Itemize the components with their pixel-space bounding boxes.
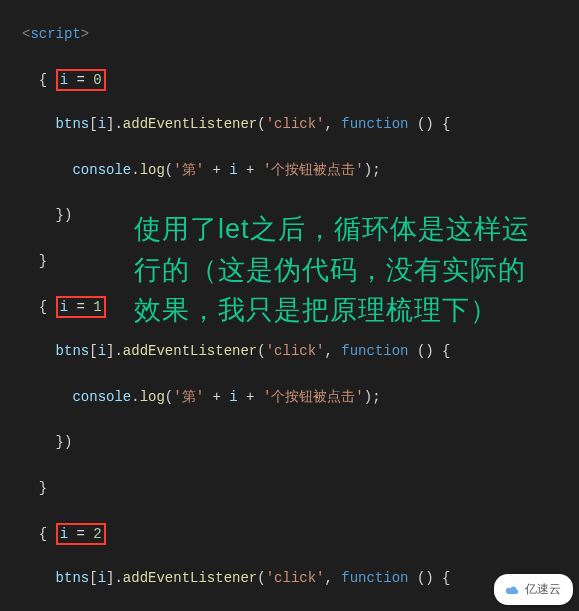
code-line: console.log('第' + i + '个按钮被点击'); bbox=[22, 386, 579, 409]
code-line: } bbox=[22, 477, 579, 500]
code-line: { i = 1 bbox=[22, 295, 579, 318]
code-editor: <script> { i = 0 btns[i].addEventListene… bbox=[0, 0, 579, 611]
code-line: }) bbox=[22, 204, 579, 227]
highlight-box: i = 0 bbox=[56, 69, 106, 91]
script-tag: script bbox=[30, 26, 80, 42]
watermark-label: 亿速云 bbox=[525, 578, 561, 601]
angle-bracket: > bbox=[81, 26, 89, 42]
code-line: { i = 2 bbox=[22, 522, 579, 545]
watermark-badge: 亿速云 bbox=[494, 574, 573, 605]
highlight-box: i = 2 bbox=[56, 523, 106, 545]
highlight-box: i = 1 bbox=[56, 296, 106, 318]
cloud-icon bbox=[504, 584, 520, 596]
code-line: btns[i].addEventListener('click', functi… bbox=[22, 340, 579, 363]
code-line: } bbox=[22, 250, 579, 273]
code-line: <script> bbox=[22, 23, 579, 46]
code-line: }) bbox=[22, 431, 579, 454]
code-line: console.log('第' + i + '个按钮被点击'); bbox=[22, 159, 579, 182]
code-line: { i = 0 bbox=[22, 68, 579, 91]
code-line: btns[i].addEventListener('click', functi… bbox=[22, 113, 579, 136]
